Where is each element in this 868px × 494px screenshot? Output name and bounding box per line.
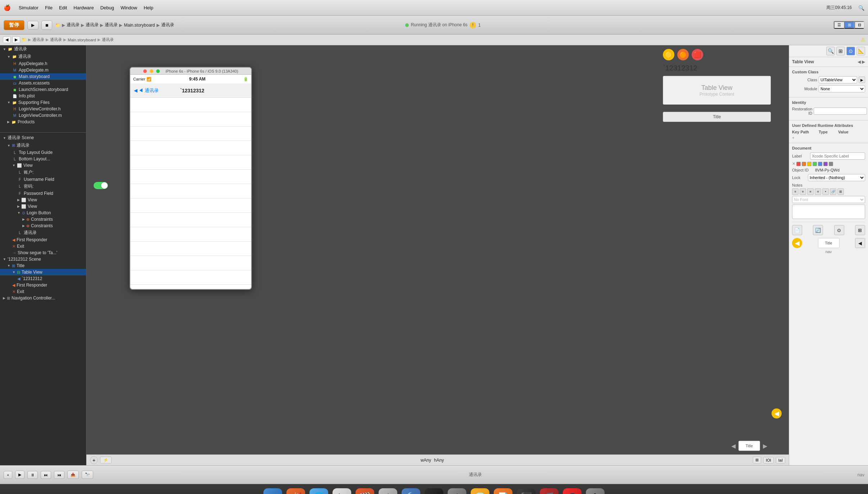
lock-select[interactable]: Inherited - (Nothing)	[808, 174, 865, 181]
outline-constraints-2[interactable]: ⊕ Constraints	[0, 223, 86, 229]
menu-hardware[interactable]: Hardware	[73, 5, 94, 10]
class-arrow-button[interactable]: ▶	[859, 77, 865, 83]
outline-tongxunlu-label[interactable]: L 通讯录	[0, 229, 86, 237]
table-row[interactable]	[130, 270, 251, 285]
outline-login-button[interactable]: ⊙ Login Button	[0, 210, 86, 216]
zoom-btn-b[interactable]: IaI	[776, 457, 785, 463]
x-btn[interactable]: ✕	[792, 161, 795, 166]
outline-title[interactable]: ⊞ Title	[0, 262, 86, 269]
run-button[interactable]: ▶	[27, 21, 39, 29]
menu-file[interactable]: File	[45, 5, 53, 10]
outline-nav-controller[interactable]: ⊞ Navigation Controller...	[0, 295, 86, 301]
outline-top-layout[interactable]: L Top Layout Guide	[0, 149, 86, 156]
dock-player[interactable]: 🎵	[540, 488, 559, 494]
panel-next[interactable]: ▶	[862, 59, 865, 64]
table-row[interactable]	[130, 127, 251, 141]
dock-dark[interactable]: ⬛	[517, 488, 535, 494]
outline-constraints-1[interactable]: ⊕ Constraints	[0, 216, 86, 223]
panel-target-button[interactable]: ⊙	[834, 225, 844, 235]
notes-align-right[interactable]: ≡	[807, 188, 814, 195]
dock-sketch[interactable]: 💎	[471, 488, 489, 494]
outline-password-label[interactable]: L 密码:	[0, 183, 86, 190]
outline-label-12312312[interactable]: ◀ `12312312	[0, 275, 86, 282]
table-row[interactable]	[130, 242, 251, 256]
table-row[interactable]	[130, 141, 251, 155]
footer-share-btn[interactable]: 📤	[67, 471, 79, 479]
sidebar-group-tongxunlu[interactable]: 📁 通讯录	[0, 53, 86, 60]
table-row[interactable]	[130, 112, 251, 127]
breadcrumb-item-1[interactable]: 📁	[55, 23, 60, 28]
sidebar-supporting-files[interactable]: 📁 Supporting Files	[0, 99, 86, 106]
breadcrumb-item-4[interactable]: 通讯录	[105, 22, 118, 28]
panel-file-button[interactable]: 📄	[792, 225, 802, 235]
panel-icon-file[interactable]: 🔍	[826, 47, 835, 55]
breadcrumb-item-5[interactable]: Main.storyboard	[124, 23, 155, 28]
sidebar-launchscreen[interactable]: ◼ LaunchScreen.storyboard	[0, 86, 86, 93]
table-row[interactable]	[130, 256, 251, 270]
menu-debug[interactable]: Debug	[100, 5, 114, 10]
outline-scene-label[interactable]: 通讯录 Scene	[0, 134, 86, 142]
color-swatch-red[interactable]	[796, 162, 801, 166]
table-row[interactable]	[130, 227, 251, 242]
menu-search-icon[interactable]: 🔍	[858, 5, 864, 11]
table-row[interactable]	[130, 198, 251, 213]
stop-button[interactable]: ■	[41, 20, 52, 30]
tab-breadcrumb-sub[interactable]: 通讯录	[50, 37, 62, 42]
outline-scene2-label[interactable]: '12312312 Scene	[0, 256, 86, 262]
notes-expand[interactable]: ⊞	[837, 188, 844, 195]
menu-help[interactable]: Help	[144, 5, 153, 10]
table-row[interactable]	[130, 155, 251, 170]
dock-pages[interactable]: 📄	[494, 488, 512, 494]
notes-align-center[interactable]: ≡	[800, 188, 806, 195]
panel-icon-identity[interactable]: ⊙	[846, 47, 855, 55]
outline-username-field[interactable]: F Username Field	[0, 176, 86, 183]
outline-view-2[interactable]: ⬜ View	[0, 197, 86, 203]
seg-btn-list[interactable]: ☰	[834, 21, 844, 29]
tab-breadcrumb-controller[interactable]: 通讯录	[102, 37, 114, 42]
dock-xcode[interactable]: 🔨	[402, 488, 420, 494]
outline-first-responder[interactable]: ◀ First Responder	[0, 237, 86, 243]
outline-password-field[interactable]: F Password Field	[0, 190, 86, 197]
color-swatch-gray[interactable]	[829, 162, 833, 166]
panel-nav-arrow[interactable]: ◀	[855, 238, 865, 248]
footer-run-btn[interactable]: ▶	[15, 471, 24, 479]
sidebar-products[interactable]: 📁 Products	[0, 119, 86, 125]
color-swatch-green[interactable]	[813, 162, 817, 166]
outline-view-1[interactable]: ⬜ View	[0, 162, 86, 169]
dock-remote[interactable]: 📱	[563, 488, 582, 494]
outline-account-label[interactable]: L 账户:	[0, 169, 86, 176]
seg-btn-assistant[interactable]: ⊟	[854, 21, 864, 29]
outline-table-view[interactable]: ⊟ Table View	[0, 269, 86, 275]
prev-scene-button[interactable]: ◀	[731, 443, 736, 449]
outline-view-3[interactable]: ⬜ View	[0, 203, 86, 210]
breadcrumb-item-6[interactable]: 通讯录	[161, 22, 174, 28]
class-select[interactable]: UITableView	[819, 76, 857, 83]
table-row[interactable]	[130, 170, 251, 184]
close-dot[interactable]	[143, 69, 147, 73]
sidebar-main-storyboard[interactable]: ◼ Main.storyboard	[0, 73, 86, 80]
outline-segue[interactable]: → Show segue to 'Ta...'	[0, 250, 86, 256]
warning-badge[interactable]: !	[470, 22, 476, 28]
back-button[interactable]: ◀ ◀ 通讯录	[134, 87, 159, 94]
color-swatch-yellow[interactable]	[807, 162, 812, 166]
dock-settings[interactable]: ⚙	[448, 488, 466, 494]
sidebar-appdelegate-h[interactable]: H AppDelegate.h	[0, 60, 86, 67]
menu-window[interactable]: Window	[121, 5, 137, 10]
panel-icon-attributes[interactable]: ⊞	[836, 47, 845, 55]
color-swatch-blue[interactable]	[818, 162, 822, 166]
table-row[interactable]	[130, 213, 251, 227]
dock-media[interactable]: 🎬	[356, 488, 374, 494]
panel-back-button[interactable]: ◀	[792, 238, 802, 248]
resolve-button[interactable]: ⚡	[100, 457, 112, 463]
pause-button[interactable]: 暂停	[4, 20, 24, 30]
footer-step-out-btn[interactable]: ⏮	[54, 471, 64, 479]
panel-refresh-button[interactable]: 🔄	[813, 225, 823, 235]
toggle-switch[interactable]	[94, 182, 108, 189]
minimize-dot[interactable]	[150, 69, 153, 73]
nav-next-button[interactable]: ▶	[12, 36, 20, 43]
apple-menu[interactable]: 🍎	[4, 4, 11, 11]
doc-label-input[interactable]	[810, 152, 865, 160]
zoom-btn-a[interactable]: IOI	[763, 457, 774, 463]
panel-prev[interactable]: ◀	[858, 59, 861, 64]
dock-trash[interactable]: 🗑	[586, 488, 605, 494]
